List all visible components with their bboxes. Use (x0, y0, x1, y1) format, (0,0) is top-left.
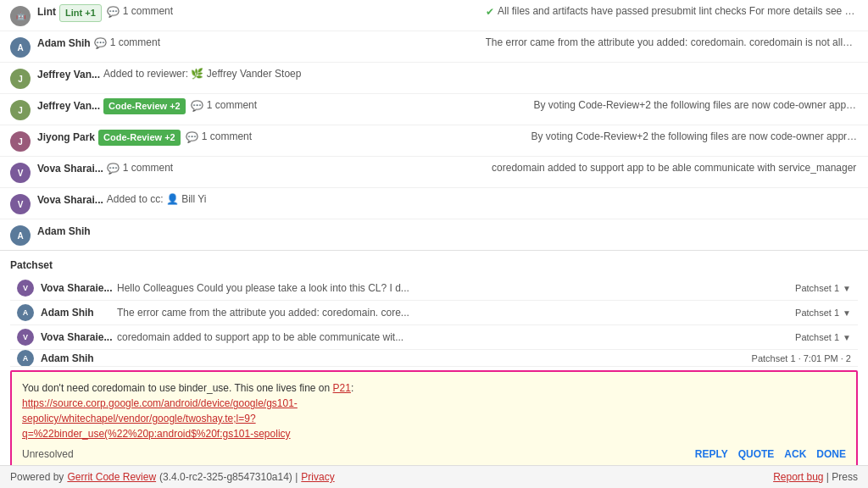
patchset-avatar: A (17, 304, 34, 321)
main-content: 🤖 Lint Lint +1 💬 1 comment ✔ All files a… (0, 0, 868, 470)
row-content: Jiyong Park Code-Review +2 💬 1 comment B… (37, 130, 858, 146)
activity-row: V Vova Sharai... 💬 1 comment coredomain … (0, 157, 868, 188)
comment-text: You don't need coredomain to use binder_… (22, 380, 846, 441)
comment-count: 1 comment (202, 130, 528, 144)
patchset-user: Vova Sharaie... (41, 331, 117, 343)
user-name: Adam Shih (37, 36, 91, 51)
user-name: Jeffrey Van... (37, 67, 100, 82)
activity-row: J Jeffrey Van... Added to reviewer: 🌿 Je… (0, 63, 868, 94)
row-content: Vova Sharai... Added to cc: 👤 Bill Yi (37, 192, 858, 208)
lint-text: All files and artifacts have passed pres… (498, 4, 858, 19)
robot-icon: 🤖 (16, 12, 25, 20)
comment-text-after-link: : (351, 382, 353, 394)
comment-count: 1 comment (110, 36, 483, 50)
comment-icon: 💬 (191, 98, 203, 114)
ack-button[interactable]: ACK (784, 448, 806, 460)
avatar: J (10, 69, 31, 89)
avatar: 🤖 (10, 6, 31, 26)
checkmark-icon: ✔ (486, 4, 494, 19)
comment-footer: Unresolved REPLY QUOTE ACK DONE (22, 448, 846, 460)
row-content: Jeffrey Van... Code-Review +2 💬 1 commen… (37, 98, 858, 114)
report-bug-link[interactable]: Report bug (773, 471, 823, 483)
activity-row: V Vova Sharai... Added to cc: 👤 Bill Yi (0, 188, 868, 219)
footer: Powered by Gerrit Code Review (3.4.0-rc2… (0, 465, 868, 488)
patchset-user: Vova Sharaie... (41, 282, 117, 294)
patchset-comment: Hello Colleagues Could you please take a… (117, 282, 788, 294)
user-name: Vova Sharai... (37, 192, 103, 208)
patchset-user: Adam Shih (41, 307, 117, 319)
avatar: A (10, 225, 31, 246)
comment-actions: REPLY QUOTE ACK DONE (695, 448, 846, 460)
avatar: A (10, 37, 31, 58)
dropdown-icon[interactable]: ▼ (843, 284, 851, 293)
row-text: Added to cc: 👤 Bill Yi (107, 192, 858, 207)
patchset-row[interactable]: A Adam Shih Patchset 1 · 7:01 PM · 2 (10, 350, 858, 367)
done-button[interactable]: DONE (816, 448, 846, 460)
footer-left: Powered by Gerrit Code Review (3.4.0-rc2… (10, 471, 335, 483)
comment-icon: 💬 (107, 161, 120, 176)
row-text: Added to reviewer: 🌿 Jeffrey Vander Stoe… (103, 67, 858, 81)
unresolved-label: Unresolved (22, 448, 74, 460)
activity-row: A Adam Shih (0, 219, 868, 250)
row-content: Vova Sharai... 💬 1 comment coredomain ad… (37, 161, 858, 176)
patchset-label: Patchset (10, 259, 858, 271)
avatar: J (10, 131, 31, 152)
row-content: Adam Shih (37, 224, 858, 239)
user-name: Jiyong Park (37, 130, 95, 145)
patchset-row[interactable]: A Adam Shih The error came from the attr… (10, 301, 858, 325)
activity-row: J Jiyong Park Code-Review +2 💬 1 comment… (0, 125, 868, 157)
patchset-row[interactable]: V Vova Sharaie... coredomain added to su… (10, 325, 858, 350)
privacy-link[interactable]: Privacy (301, 471, 334, 483)
avatar: V (10, 163, 31, 183)
row-content: Jeffrey Van... Added to reviewer: 🌿 Jeff… (37, 67, 858, 82)
patchset-section: Patchset V Vova Sharaie... Hello Colleag… (0, 251, 868, 367)
comment-icon: 💬 (94, 36, 107, 51)
comment-url-link[interactable]: https://source.corp.google.com/android/d… (22, 397, 298, 440)
comment-box: You don't need coredomain to use binder_… (10, 370, 858, 470)
row-text: coredomain added to support app to be ab… (492, 161, 858, 175)
patchset-avatar: V (17, 329, 34, 346)
user-name: Lint (37, 4, 56, 19)
patchset-tag: Patchset 1 · 7:01 PM · 2 (752, 353, 851, 363)
row-text: By voting Code-Review+2 the following fi… (531, 130, 858, 144)
comment-text-before: You don't need coredomain to use binder_… (22, 382, 333, 394)
patchset-row[interactable]: V Vova Sharaie... Hello Colleagues Could… (10, 276, 858, 301)
row-content: Adam Shih 💬 1 comment The error came fro… (37, 36, 858, 51)
activity-row: A Adam Shih 💬 1 comment The error came f… (0, 31, 868, 63)
lint-badge: Lint +1 (59, 4, 102, 22)
activity-list: 🤖 Lint Lint +1 💬 1 comment ✔ All files a… (0, 0, 868, 251)
comment-count: 1 comment (123, 161, 489, 175)
footer-right: Report bug | Press (773, 471, 858, 483)
activity-row: 🤖 Lint Lint +1 💬 1 comment ✔ All files a… (0, 0, 868, 31)
activity-row: J Jeffrey Van... Code-Review +2 💬 1 comm… (0, 94, 868, 125)
reply-button[interactable]: REPLY (695, 448, 728, 460)
user-name: Vova Sharai... (37, 161, 103, 176)
powered-by-text: Powered by (10, 471, 64, 483)
press-label: Press (832, 471, 858, 483)
patchset-tag: Patchset 1 (795, 283, 839, 293)
dropdown-icon[interactable]: ▼ (843, 333, 851, 342)
row-content: Lint Lint +1 💬 1 comment ✔ All files and… (37, 4, 858, 22)
patchset-tag: Patchset 1 (795, 332, 839, 342)
patchset-comment: coredomain added to support app to be ab… (117, 331, 788, 343)
comment-icon: 💬 (107, 4, 120, 19)
comment-link-p21[interactable]: P21 (333, 382, 351, 394)
comment-icon: 💬 (186, 130, 198, 145)
row-text: 1 comment (123, 4, 483, 19)
row-text: The error came from the attribute you ad… (486, 36, 859, 50)
user-name: Adam Shih (37, 224, 91, 239)
avatar: J (10, 100, 31, 120)
patchset-avatar: V (17, 280, 34, 297)
patchset-user: Adam Shih (41, 352, 117, 364)
patchset-avatar: A (17, 350, 34, 367)
quote-button[interactable]: QUOTE (738, 448, 775, 460)
dropdown-icon[interactable]: ▼ (843, 308, 851, 318)
gerrit-link[interactable]: Gerrit Code Review (67, 471, 156, 483)
code-review-badge: Code-Review +2 (103, 98, 186, 114)
row-text: By voting Code-Review+2 the following fi… (534, 98, 858, 113)
patchset-tag: Patchset 1 (795, 308, 839, 318)
code-review-badge: Code-Review +2 (98, 130, 181, 146)
patchset-comment: The error came from the attribute you ad… (117, 307, 788, 319)
avatar: V (10, 194, 31, 214)
version-text: (3.4.0-rc2-325-g8547310a14) | (159, 471, 298, 483)
